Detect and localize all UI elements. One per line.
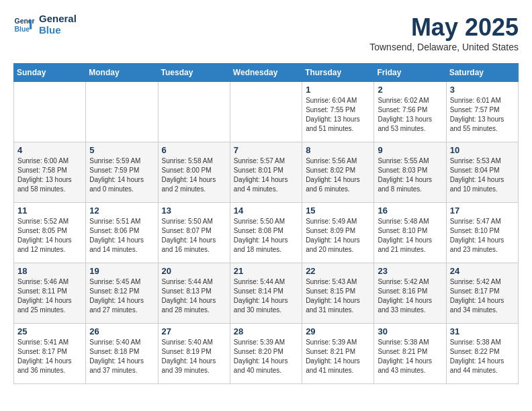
calendar-cell (158, 82, 230, 142)
day-info: Sunrise: 5:38 AM Sunset: 8:22 PM Dayligh… (450, 338, 515, 375)
calendar-body: 1Sunrise: 6:04 AM Sunset: 7:55 PM Daylig… (14, 82, 519, 384)
day-info: Sunrise: 5:59 AM Sunset: 7:59 PM Dayligh… (89, 156, 154, 194)
day-info: Sunrise: 5:38 AM Sunset: 8:21 PM Dayligh… (378, 338, 442, 375)
day-info: Sunrise: 5:40 AM Sunset: 8:19 PM Dayligh… (162, 338, 226, 375)
page-header: General Blue General Blue May 2025 Towns… (13, 13, 519, 52)
logo-icon: General Blue (13, 14, 35, 36)
header-day-monday: Monday (86, 64, 158, 82)
day-info: Sunrise: 5:45 AM Sunset: 8:12 PM Dayligh… (89, 277, 154, 315)
calendar-cell: 18Sunrise: 5:46 AM Sunset: 8:11 PM Dayli… (14, 263, 86, 324)
day-number: 7 (234, 145, 298, 155)
day-number: 1 (306, 85, 370, 95)
calendar-cell: 5Sunrise: 5:59 AM Sunset: 7:59 PM Daylig… (86, 142, 158, 203)
day-number: 16 (378, 205, 442, 216)
calendar-cell: 1Sunrise: 6:04 AM Sunset: 7:55 PM Daylig… (302, 82, 374, 142)
day-number: 6 (162, 145, 226, 155)
header-day-friday: Friday (374, 64, 446, 82)
day-number: 31 (450, 326, 515, 336)
calendar-cell: 15Sunrise: 5:49 AM Sunset: 8:09 PM Dayli… (302, 203, 374, 263)
calendar-cell: 3Sunrise: 6:01 AM Sunset: 7:57 PM Daylig… (446, 82, 518, 142)
day-info: Sunrise: 5:50 AM Sunset: 8:08 PM Dayligh… (234, 217, 298, 255)
day-info: Sunrise: 5:57 AM Sunset: 8:01 PM Dayligh… (234, 156, 298, 194)
calendar-cell: 4Sunrise: 6:00 AM Sunset: 7:58 PM Daylig… (14, 142, 86, 203)
day-number: 25 (17, 326, 82, 336)
day-number: 4 (17, 145, 82, 155)
day-number: 23 (378, 266, 442, 276)
day-number: 24 (450, 266, 515, 276)
day-info: Sunrise: 5:44 AM Sunset: 8:14 PM Dayligh… (234, 277, 298, 315)
day-info: Sunrise: 6:01 AM Sunset: 7:57 PM Dayligh… (450, 96, 515, 134)
day-number: 8 (306, 145, 370, 155)
day-info: Sunrise: 5:43 AM Sunset: 8:15 PM Dayligh… (306, 277, 370, 315)
day-info: Sunrise: 5:44 AM Sunset: 8:13 PM Dayligh… (162, 277, 226, 315)
calendar-cell: 20Sunrise: 5:44 AM Sunset: 8:13 PM Dayli… (158, 263, 230, 324)
day-number: 15 (306, 205, 370, 216)
calendar-cell: 31Sunrise: 5:38 AM Sunset: 8:22 PM Dayli… (446, 324, 518, 384)
day-number: 3 (450, 85, 515, 95)
day-info: Sunrise: 5:42 AM Sunset: 8:16 PM Dayligh… (378, 277, 442, 315)
day-info: Sunrise: 5:48 AM Sunset: 8:10 PM Dayligh… (378, 217, 442, 255)
day-number: 20 (162, 266, 226, 276)
calendar-cell: 28Sunrise: 5:39 AM Sunset: 8:20 PM Dayli… (230, 324, 302, 384)
svg-text:General: General (15, 17, 35, 25)
day-number: 29 (306, 326, 370, 336)
calendar-cell: 16Sunrise: 5:48 AM Sunset: 8:10 PM Dayli… (374, 203, 446, 263)
day-number: 10 (450, 145, 515, 155)
day-number: 21 (234, 266, 298, 276)
day-info: Sunrise: 5:39 AM Sunset: 8:20 PM Dayligh… (234, 338, 298, 375)
calendar-cell: 21Sunrise: 5:44 AM Sunset: 8:14 PM Dayli… (230, 263, 302, 324)
day-info: Sunrise: 6:02 AM Sunset: 7:56 PM Dayligh… (378, 96, 442, 134)
day-info: Sunrise: 5:50 AM Sunset: 8:07 PM Dayligh… (162, 217, 226, 255)
day-info: Sunrise: 5:46 AM Sunset: 8:11 PM Dayligh… (17, 277, 82, 315)
calendar-cell: 11Sunrise: 5:52 AM Sunset: 8:05 PM Dayli… (14, 203, 86, 263)
day-number: 19 (89, 266, 154, 276)
calendar-cell: 14Sunrise: 5:50 AM Sunset: 8:08 PM Dayli… (230, 203, 302, 263)
logo-text-line1: General (39, 13, 77, 25)
calendar-cell: 26Sunrise: 5:40 AM Sunset: 8:18 PM Dayli… (86, 324, 158, 384)
calendar-cell: 9Sunrise: 5:55 AM Sunset: 8:03 PM Daylig… (374, 142, 446, 203)
header-row: SundayMondayTuesdayWednesdayThursdayFrid… (14, 64, 519, 82)
day-number: 28 (234, 326, 298, 336)
day-number: 11 (17, 205, 82, 216)
calendar-cell: 7Sunrise: 5:57 AM Sunset: 8:01 PM Daylig… (230, 142, 302, 203)
day-number: 5 (89, 145, 154, 155)
calendar-cell (14, 82, 86, 142)
day-info: Sunrise: 5:53 AM Sunset: 8:04 PM Dayligh… (450, 156, 515, 194)
calendar-cell: 19Sunrise: 5:45 AM Sunset: 8:12 PM Dayli… (86, 263, 158, 324)
day-info: Sunrise: 5:56 AM Sunset: 8:02 PM Dayligh… (306, 156, 370, 194)
location-subtitle: Townsend, Delaware, United States (369, 42, 519, 52)
svg-text:Blue: Blue (15, 25, 30, 32)
day-number: 13 (162, 205, 226, 216)
header-day-tuesday: Tuesday (158, 64, 230, 82)
logo-text-line2: Blue (39, 25, 77, 36)
logo: General Blue General Blue (13, 13, 77, 36)
day-number: 26 (89, 326, 154, 336)
day-number: 12 (89, 205, 154, 216)
day-info: Sunrise: 5:49 AM Sunset: 8:09 PM Dayligh… (306, 217, 370, 255)
calendar-cell: 27Sunrise: 5:40 AM Sunset: 8:19 PM Dayli… (158, 324, 230, 384)
day-number: 22 (306, 266, 370, 276)
day-number: 27 (162, 326, 226, 336)
calendar-cell (230, 82, 302, 142)
day-info: Sunrise: 5:40 AM Sunset: 8:18 PM Dayligh… (89, 338, 154, 375)
calendar-cell: 2Sunrise: 6:02 AM Sunset: 7:56 PM Daylig… (374, 82, 446, 142)
day-info: Sunrise: 5:42 AM Sunset: 8:17 PM Dayligh… (450, 277, 515, 315)
day-info: Sunrise: 5:51 AM Sunset: 8:06 PM Dayligh… (89, 217, 154, 255)
day-info: Sunrise: 5:58 AM Sunset: 8:00 PM Dayligh… (162, 156, 226, 194)
day-number: 30 (378, 326, 442, 336)
calendar-cell: 12Sunrise: 5:51 AM Sunset: 8:06 PM Dayli… (86, 203, 158, 263)
calendar-week-3: 11Sunrise: 5:52 AM Sunset: 8:05 PM Dayli… (14, 203, 519, 263)
calendar-cell: 6Sunrise: 5:58 AM Sunset: 8:00 PM Daylig… (158, 142, 230, 203)
header-day-saturday: Saturday (446, 64, 518, 82)
day-info: Sunrise: 6:00 AM Sunset: 7:58 PM Dayligh… (17, 156, 82, 194)
day-number: 18 (17, 266, 82, 276)
day-info: Sunrise: 5:39 AM Sunset: 8:21 PM Dayligh… (306, 338, 370, 375)
calendar-cell: 30Sunrise: 5:38 AM Sunset: 8:21 PM Dayli… (374, 324, 446, 384)
day-info: Sunrise: 5:41 AM Sunset: 8:17 PM Dayligh… (17, 338, 82, 375)
calendar-cell: 22Sunrise: 5:43 AM Sunset: 8:15 PM Dayli… (302, 263, 374, 324)
calendar-cell: 25Sunrise: 5:41 AM Sunset: 8:17 PM Dayli… (14, 324, 86, 384)
month-year-title: May 2025 (369, 13, 519, 42)
header-day-sunday: Sunday (14, 64, 86, 82)
title-block: May 2025 Townsend, Delaware, United Stat… (369, 13, 519, 52)
header-day-thursday: Thursday (302, 64, 374, 82)
